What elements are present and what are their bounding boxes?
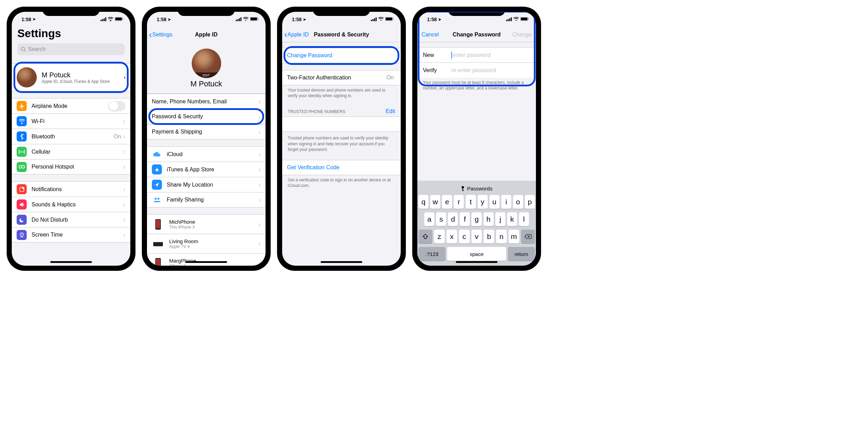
row-label: Payment & Shipping	[152, 129, 258, 135]
key-f[interactable]: f	[460, 212, 470, 226]
key-o[interactable]: o	[513, 195, 523, 209]
device-row[interactable]: MargPhoneiPhone X ›	[147, 253, 266, 266]
change-button[interactable]: Change	[512, 32, 532, 38]
key-t[interactable]: t	[466, 195, 476, 209]
svg-rect-2	[104, 18, 105, 21]
svg-rect-31	[371, 20, 372, 21]
trusted-number-row[interactable]	[282, 117, 401, 132]
airplane-switch[interactable]	[108, 101, 125, 111]
key-numbers[interactable]: .?123	[418, 247, 445, 261]
svg-rect-0	[101, 20, 102, 21]
cancel-button[interactable]: Cancel	[422, 32, 439, 38]
key-s[interactable]: s	[436, 212, 446, 226]
device-row[interactable]: Living RoomApple TV 4 ›	[147, 234, 266, 253]
wifi-row[interactable]: Wi-Fi ›	[12, 113, 130, 129]
back-button[interactable]: ‹Settings	[149, 31, 172, 39]
notifications-row[interactable]: Notifications ›	[12, 181, 130, 197]
nav-title: Change Password	[453, 32, 501, 38]
key-y[interactable]: y	[478, 195, 488, 209]
device-row[interactable]: MichPhoneThis iPhone X ›	[147, 214, 266, 234]
hotspot-row[interactable]: Personal Hotspot ›	[12, 159, 130, 174]
key-shift[interactable]	[418, 230, 432, 243]
home-indicator[interactable]	[50, 261, 92, 263]
payment-shipping-row[interactable]: Payment & Shipping ›	[147, 124, 266, 139]
new-password-row[interactable]: New enter password	[417, 47, 536, 62]
key-z[interactable]: z	[434, 230, 445, 243]
key-v[interactable]: v	[471, 230, 482, 243]
sounds-label: Sounds & Haptics	[32, 202, 123, 208]
airplane-row[interactable]: Airplane Mode	[12, 98, 130, 113]
screentime-label: Screen Time	[32, 232, 123, 238]
key-g[interactable]: g	[471, 212, 481, 226]
cellular-row[interactable]: Cellular ›	[12, 144, 130, 159]
bluetooth-row[interactable]: Bluetooth On ›	[12, 129, 130, 144]
verification-code-row[interactable]: Get Verification Code	[282, 160, 401, 175]
key-x[interactable]: x	[446, 230, 457, 243]
key-e[interactable]: e	[442, 195, 452, 209]
dnd-row[interactable]: Do Not Disturb ›	[12, 212, 130, 227]
key-n[interactable]: n	[496, 230, 507, 243]
svg-rect-34	[376, 17, 377, 21]
chevron-right-icon: ›	[123, 117, 125, 125]
verify-password-row[interactable]: Verify re-enter password	[417, 62, 536, 78]
location-row[interactable]: Share My Location ›	[147, 177, 266, 192]
icloud-row[interactable]: iCloud ›	[147, 146, 266, 162]
password-security-row[interactable]: Password & Security ›	[147, 109, 266, 124]
key-m[interactable]: m	[509, 230, 519, 243]
row-label: Change Password	[287, 52, 396, 59]
svg-rect-23	[258, 18, 259, 20]
passwords-bar[interactable]: Passwords	[418, 183, 535, 195]
name-phone-email-row[interactable]: Name, Phone Numbers, Email ›	[147, 94, 266, 109]
avatar-big[interactable]: EDIT	[192, 49, 221, 78]
keyboard[interactable]: Passwords q w e r t y u i o p a s d f g …	[417, 181, 536, 266]
home-indicator[interactable]	[185, 261, 227, 263]
key-a[interactable]: a	[424, 212, 434, 226]
row-value: On	[387, 75, 394, 81]
profile-row[interactable]: M Potuck Apple ID, iCloud, iTunes & App …	[12, 63, 130, 91]
family-row[interactable]: Family Sharing ›	[147, 192, 266, 207]
two-factor-row[interactable]: Two-Factor Authentication On	[282, 70, 401, 85]
cancel-label: Cancel	[422, 32, 439, 38]
key-r[interactable]: r	[454, 195, 464, 209]
itunes-row[interactable]: iTunes & App Store ›	[147, 162, 266, 177]
screentime-row[interactable]: Screen Time ›	[12, 227, 130, 242]
sounds-row[interactable]: Sounds & Haptics ›	[12, 197, 130, 212]
svg-rect-46	[528, 18, 529, 20]
key-c[interactable]: c	[459, 230, 470, 243]
avatar-edit-label[interactable]: EDIT	[192, 72, 221, 78]
chevron-right-icon: ›	[123, 148, 125, 156]
key-return[interactable]: return	[508, 247, 535, 261]
wifi-icon	[108, 17, 113, 22]
edit-button[interactable]: Edit	[385, 108, 395, 114]
svg-point-43	[516, 20, 517, 21]
svg-rect-22	[251, 18, 257, 20]
home-indicator[interactable]	[456, 261, 497, 263]
key-i[interactable]: i	[501, 195, 511, 209]
key-j[interactable]: j	[495, 212, 505, 226]
keyboard-row-4: .?123 space return	[418, 247, 535, 261]
passwords-label: Passwords	[467, 186, 492, 191]
key-d[interactable]: d	[448, 212, 458, 226]
chevron-right-icon: ›	[123, 132, 125, 140]
key-l[interactable]: l	[519, 212, 529, 226]
key-backspace[interactable]	[521, 230, 535, 243]
key-u[interactable]: u	[489, 195, 500, 209]
key-q[interactable]: q	[418, 195, 428, 209]
key-b[interactable]: b	[484, 230, 494, 243]
status-time: 1:58	[21, 17, 31, 22]
search-input[interactable]: Search	[17, 43, 125, 55]
notifications-icon	[17, 184, 27, 194]
keyboard-row-1: q w e r t y u i o p	[418, 195, 535, 209]
back-button[interactable]: ‹Apple ID	[284, 30, 309, 39]
svg-point-35	[381, 20, 382, 21]
key-h[interactable]: h	[484, 212, 494, 226]
home-indicator[interactable]	[321, 261, 362, 263]
chevron-right-icon: ›	[123, 200, 125, 208]
change-password-row[interactable]: Change Password	[282, 48, 401, 63]
key-space[interactable]: space	[447, 247, 506, 261]
key-w[interactable]: w	[430, 195, 440, 209]
key-k[interactable]: k	[507, 212, 517, 226]
header-label: TRUSTED PHONE NUMBERS	[288, 109, 345, 114]
key-p[interactable]: p	[525, 195, 535, 209]
trusted-footer: Trusted phone numbers are used to verify…	[282, 132, 401, 160]
